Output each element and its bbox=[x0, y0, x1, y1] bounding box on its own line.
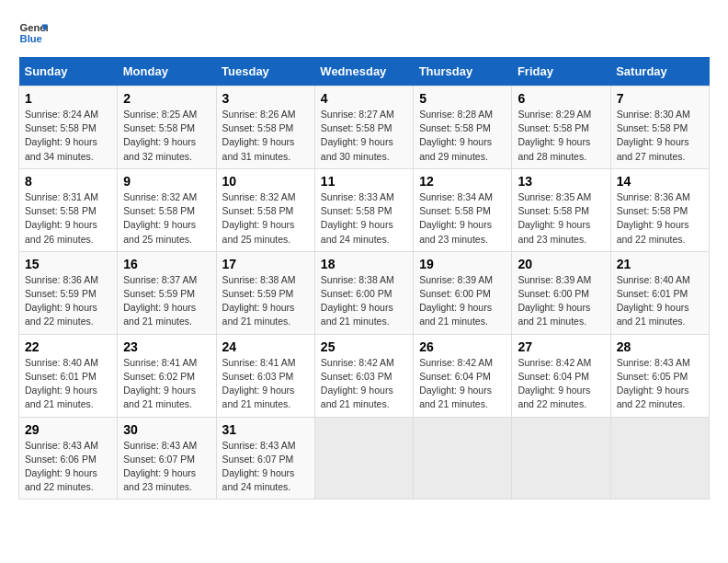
calendar-cell: 16 Sunrise: 8:37 AMSunset: 5:59 PMDaylig… bbox=[118, 251, 216, 334]
day-number: 23 bbox=[123, 339, 210, 354]
day-detail: Sunrise: 8:42 AMSunset: 6:03 PMDaylight:… bbox=[321, 356, 407, 412]
calendar-header-row: SundayMondayTuesdayWednesdayThursdayFrid… bbox=[19, 57, 710, 86]
day-detail: Sunrise: 8:43 AMSunset: 6:07 PMDaylight:… bbox=[123, 439, 210, 495]
day-number: 20 bbox=[518, 257, 604, 271]
day-number: 7 bbox=[617, 91, 703, 106]
calendar-cell: 21 Sunrise: 8:40 AMSunset: 6:01 PMDaylig… bbox=[610, 251, 709, 334]
calendar-cell: 2 Sunrise: 8:25 AMSunset: 5:58 PMDayligh… bbox=[118, 86, 216, 169]
calendar-week-row: 15 Sunrise: 8:36 AMSunset: 5:59 PMDaylig… bbox=[19, 251, 710, 334]
calendar-cell: 22 Sunrise: 8:40 AMSunset: 6:01 PMDaylig… bbox=[19, 334, 118, 417]
day-number: 31 bbox=[222, 422, 309, 437]
day-detail: Sunrise: 8:32 AMSunset: 5:58 PMDaylight:… bbox=[222, 190, 309, 247]
calendar-cell: 17 Sunrise: 8:38 AMSunset: 5:59 PMDaylig… bbox=[216, 251, 314, 334]
calendar-cell: 14 Sunrise: 8:36 AMSunset: 5:58 PMDaylig… bbox=[610, 168, 709, 251]
calendar-cell: 13 Sunrise: 8:35 AMSunset: 5:58 PMDaylig… bbox=[512, 168, 610, 251]
day-number: 29 bbox=[25, 422, 111, 437]
day-detail: Sunrise: 8:36 AMSunset: 5:58 PMDaylight:… bbox=[617, 190, 703, 247]
day-detail: Sunrise: 8:38 AMSunset: 6:00 PMDaylight:… bbox=[321, 273, 407, 329]
day-number: 28 bbox=[617, 339, 703, 354]
calendar-cell: 6 Sunrise: 8:29 AMSunset: 5:58 PMDayligh… bbox=[512, 86, 610, 169]
calendar-cell: 11 Sunrise: 8:33 AMSunset: 5:58 PMDaylig… bbox=[314, 168, 413, 251]
calendar-cell: 24 Sunrise: 8:41 AMSunset: 6:03 PMDaylig… bbox=[216, 334, 314, 417]
day-header-friday: Friday bbox=[512, 57, 610, 86]
day-number: 26 bbox=[419, 339, 506, 354]
calendar-cell: 28 Sunrise: 8:43 AMSunset: 6:05 PMDaylig… bbox=[610, 334, 709, 417]
day-number: 22 bbox=[25, 339, 111, 354]
calendar-cell: 12 Sunrise: 8:34 AMSunset: 5:58 PMDaylig… bbox=[414, 168, 512, 251]
calendar-week-row: 29 Sunrise: 8:43 AMSunset: 6:06 PMDaylig… bbox=[19, 417, 710, 500]
header: General Blue bbox=[18, 18, 710, 48]
day-number: 3 bbox=[222, 91, 309, 106]
day-number: 18 bbox=[321, 257, 407, 271]
day-detail: Sunrise: 8:31 AMSunset: 5:58 PMDaylight:… bbox=[25, 190, 111, 247]
day-number: 10 bbox=[222, 174, 309, 189]
day-detail: Sunrise: 8:36 AMSunset: 5:59 PMDaylight:… bbox=[25, 273, 111, 329]
day-number: 24 bbox=[222, 339, 309, 354]
day-detail: Sunrise: 8:40 AMSunset: 6:01 PMDaylight:… bbox=[25, 356, 111, 412]
day-number: 14 bbox=[617, 174, 703, 189]
day-number: 17 bbox=[222, 257, 309, 271]
calendar-cell: 10 Sunrise: 8:32 AMSunset: 5:58 PMDaylig… bbox=[216, 168, 314, 251]
logo: General Blue bbox=[18, 18, 48, 48]
day-detail: Sunrise: 8:43 AMSunset: 6:06 PMDaylight:… bbox=[25, 439, 111, 495]
day-number: 30 bbox=[123, 422, 210, 437]
calendar-cell: 29 Sunrise: 8:43 AMSunset: 6:06 PMDaylig… bbox=[19, 417, 118, 500]
calendar-cell: 20 Sunrise: 8:39 AMSunset: 6:00 PMDaylig… bbox=[512, 251, 610, 334]
day-detail: Sunrise: 8:30 AMSunset: 5:58 PMDaylight:… bbox=[617, 108, 703, 164]
day-detail: Sunrise: 8:39 AMSunset: 6:00 PMDaylight:… bbox=[419, 273, 506, 329]
day-detail: Sunrise: 8:35 AMSunset: 5:58 PMDaylight:… bbox=[518, 190, 604, 247]
day-detail: Sunrise: 8:38 AMSunset: 5:59 PMDaylight:… bbox=[222, 273, 309, 329]
day-header-saturday: Saturday bbox=[610, 57, 709, 86]
day-header-monday: Monday bbox=[118, 57, 216, 86]
calendar-cell bbox=[314, 417, 413, 500]
calendar-cell: 7 Sunrise: 8:30 AMSunset: 5:58 PMDayligh… bbox=[610, 86, 709, 169]
day-detail: Sunrise: 8:37 AMSunset: 5:59 PMDaylight:… bbox=[123, 273, 210, 329]
day-detail: Sunrise: 8:29 AMSunset: 5:58 PMDaylight:… bbox=[518, 108, 604, 164]
day-detail: Sunrise: 8:39 AMSunset: 6:00 PMDaylight:… bbox=[518, 273, 604, 329]
day-detail: Sunrise: 8:26 AMSunset: 5:58 PMDaylight:… bbox=[222, 108, 309, 164]
calendar-cell bbox=[512, 417, 610, 500]
calendar-cell: 3 Sunrise: 8:26 AMSunset: 5:58 PMDayligh… bbox=[216, 86, 314, 169]
day-header-sunday: Sunday bbox=[19, 57, 118, 86]
calendar-cell: 1 Sunrise: 8:24 AMSunset: 5:58 PMDayligh… bbox=[19, 86, 118, 169]
calendar-cell: 25 Sunrise: 8:42 AMSunset: 6:03 PMDaylig… bbox=[314, 334, 413, 417]
day-detail: Sunrise: 8:41 AMSunset: 6:03 PMDaylight:… bbox=[222, 356, 309, 412]
day-number: 12 bbox=[419, 174, 506, 189]
svg-text:Blue: Blue bbox=[20, 33, 42, 44]
day-number: 13 bbox=[518, 174, 604, 189]
day-detail: Sunrise: 8:43 AMSunset: 6:05 PMDaylight:… bbox=[617, 356, 703, 412]
calendar-cell: 8 Sunrise: 8:31 AMSunset: 5:58 PMDayligh… bbox=[19, 168, 118, 251]
calendar-week-row: 1 Sunrise: 8:24 AMSunset: 5:58 PMDayligh… bbox=[19, 86, 710, 169]
day-number: 25 bbox=[321, 339, 407, 354]
calendar-cell: 27 Sunrise: 8:42 AMSunset: 6:04 PMDaylig… bbox=[512, 334, 610, 417]
calendar-cell: 26 Sunrise: 8:42 AMSunset: 6:04 PMDaylig… bbox=[414, 334, 512, 417]
day-detail: Sunrise: 8:33 AMSunset: 5:58 PMDaylight:… bbox=[321, 190, 407, 247]
day-detail: Sunrise: 8:32 AMSunset: 5:58 PMDaylight:… bbox=[123, 190, 210, 247]
calendar-cell bbox=[414, 417, 512, 500]
calendar-cell: 30 Sunrise: 8:43 AMSunset: 6:07 PMDaylig… bbox=[118, 417, 216, 500]
calendar-cell bbox=[610, 417, 709, 500]
day-detail: Sunrise: 8:34 AMSunset: 5:58 PMDaylight:… bbox=[419, 190, 506, 247]
day-number: 27 bbox=[518, 339, 604, 354]
day-number: 5 bbox=[419, 91, 506, 106]
day-number: 8 bbox=[25, 174, 111, 189]
day-header-wednesday: Wednesday bbox=[314, 57, 413, 86]
day-detail: Sunrise: 8:40 AMSunset: 6:01 PMDaylight:… bbox=[617, 273, 703, 329]
calendar-week-row: 22 Sunrise: 8:40 AMSunset: 6:01 PMDaylig… bbox=[19, 334, 710, 417]
day-number: 4 bbox=[321, 91, 407, 106]
day-number: 6 bbox=[518, 91, 604, 106]
day-detail: Sunrise: 8:28 AMSunset: 5:58 PMDaylight:… bbox=[419, 108, 506, 164]
day-number: 1 bbox=[25, 91, 111, 106]
day-detail: Sunrise: 8:25 AMSunset: 5:58 PMDaylight:… bbox=[123, 108, 210, 164]
day-detail: Sunrise: 8:42 AMSunset: 6:04 PMDaylight:… bbox=[518, 356, 604, 412]
calendar-cell: 5 Sunrise: 8:28 AMSunset: 5:58 PMDayligh… bbox=[414, 86, 512, 169]
calendar-week-row: 8 Sunrise: 8:31 AMSunset: 5:58 PMDayligh… bbox=[19, 168, 710, 251]
day-detail: Sunrise: 8:42 AMSunset: 6:04 PMDaylight:… bbox=[419, 356, 506, 412]
calendar-cell: 18 Sunrise: 8:38 AMSunset: 6:00 PMDaylig… bbox=[314, 251, 413, 334]
day-number: 11 bbox=[321, 174, 407, 189]
day-detail: Sunrise: 8:27 AMSunset: 5:58 PMDaylight:… bbox=[321, 108, 407, 164]
calendar-cell: 31 Sunrise: 8:43 AMSunset: 6:07 PMDaylig… bbox=[216, 417, 314, 500]
day-detail: Sunrise: 8:43 AMSunset: 6:07 PMDaylight:… bbox=[222, 439, 309, 495]
logo-icon: General Blue bbox=[18, 18, 48, 48]
calendar-cell: 19 Sunrise: 8:39 AMSunset: 6:00 PMDaylig… bbox=[414, 251, 512, 334]
